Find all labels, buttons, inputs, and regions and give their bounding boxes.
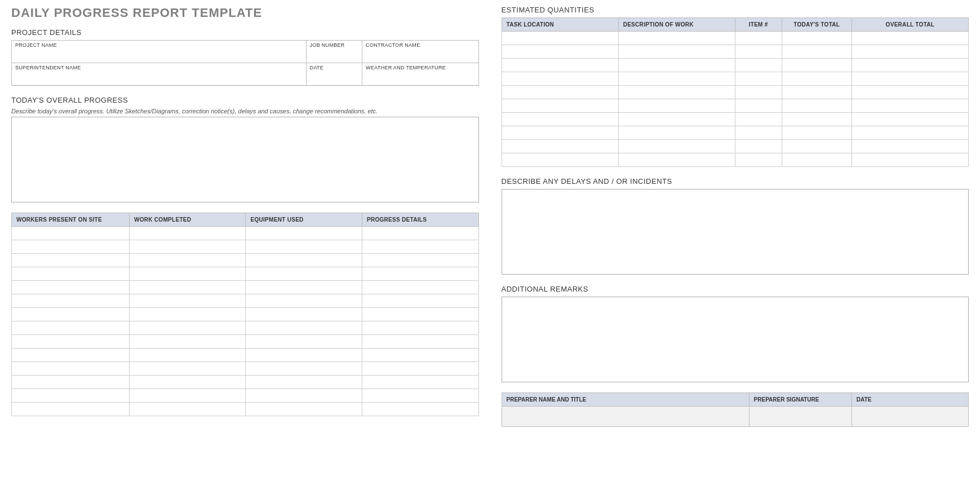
work-cell-input[interactable] (15, 295, 126, 306)
qty-cell-input[interactable] (739, 127, 778, 138)
work-cell-input[interactable] (133, 241, 242, 252)
work-cell-input[interactable] (15, 390, 126, 401)
work-cell-input[interactable] (133, 336, 242, 347)
qty-cell-input[interactable] (505, 73, 615, 84)
qty-cell-input[interactable] (786, 60, 848, 70)
qty-cell-input[interactable] (855, 155, 965, 165)
qty-cell-input[interactable] (855, 33, 965, 43)
qty-cell-input[interactable] (739, 46, 778, 57)
weather-field[interactable] (362, 70, 478, 85)
date-field[interactable] (307, 70, 362, 85)
qty-cell-input[interactable] (622, 60, 731, 70)
job-number-field[interactable] (307, 48, 362, 63)
qty-cell-input[interactable] (622, 141, 731, 152)
qty-cell-input[interactable] (786, 141, 848, 152)
work-cell-input[interactable] (249, 295, 358, 306)
work-cell-input[interactable] (249, 228, 358, 239)
work-cell-input[interactable] (249, 255, 358, 266)
qty-cell-input[interactable] (855, 87, 965, 98)
work-cell-input[interactable] (249, 377, 358, 387)
qty-cell-input[interactable] (739, 73, 778, 84)
delays-box[interactable] (502, 189, 969, 275)
work-cell-input[interactable] (249, 336, 358, 347)
work-cell-input[interactable] (366, 377, 475, 387)
work-cell-input[interactable] (249, 241, 358, 252)
qty-cell-input[interactable] (855, 100, 965, 111)
superintendent-name-field[interactable] (12, 70, 306, 85)
work-cell-input[interactable] (249, 363, 358, 374)
qty-cell-input[interactable] (739, 60, 778, 70)
work-cell-input[interactable] (249, 350, 358, 360)
qty-cell-input[interactable] (505, 33, 615, 43)
work-cell-input[interactable] (133, 309, 242, 320)
work-cell-input[interactable] (15, 404, 126, 414)
work-cell-input[interactable] (15, 336, 126, 347)
qty-cell-input[interactable] (855, 60, 965, 70)
work-cell-input[interactable] (366, 309, 475, 320)
work-cell-input[interactable] (133, 377, 242, 387)
work-cell-input[interactable] (366, 390, 475, 401)
work-cell-input[interactable] (366, 282, 475, 293)
qty-cell-input[interactable] (505, 155, 615, 165)
work-cell-input[interactable] (133, 268, 242, 279)
work-cell-input[interactable] (366, 255, 475, 266)
work-cell-input[interactable] (15, 309, 126, 320)
work-cell-input[interactable] (249, 309, 358, 320)
work-cell-input[interactable] (366, 241, 475, 252)
signature-date-field[interactable] (853, 407, 968, 426)
qty-cell-input[interactable] (622, 33, 731, 43)
work-cell-input[interactable] (133, 350, 242, 360)
preparer-name-field[interactable] (503, 407, 748, 426)
project-name-field[interactable] (12, 48, 306, 63)
qty-cell-input[interactable] (786, 33, 848, 43)
work-cell-input[interactable] (133, 228, 242, 239)
qty-cell-input[interactable] (739, 87, 778, 98)
qty-cell-input[interactable] (786, 46, 848, 57)
qty-cell-input[interactable] (855, 141, 965, 152)
work-cell-input[interactable] (249, 404, 358, 414)
work-cell-input[interactable] (249, 282, 358, 293)
work-cell-input[interactable] (249, 268, 358, 279)
work-cell-input[interactable] (133, 404, 242, 414)
work-cell-input[interactable] (366, 295, 475, 306)
qty-cell-input[interactable] (786, 155, 848, 165)
qty-cell-input[interactable] (855, 73, 965, 84)
qty-cell-input[interactable] (739, 114, 778, 125)
qty-cell-input[interactable] (505, 100, 615, 111)
work-cell-input[interactable] (15, 241, 126, 252)
qty-cell-input[interactable] (786, 100, 848, 111)
work-cell-input[interactable] (133, 282, 242, 293)
preparer-signature-field[interactable] (750, 407, 851, 426)
work-cell-input[interactable] (249, 390, 358, 401)
work-cell-input[interactable] (15, 228, 126, 239)
qty-cell-input[interactable] (739, 100, 778, 111)
qty-cell-input[interactable] (786, 127, 848, 138)
work-cell-input[interactable] (15, 323, 126, 333)
work-cell-input[interactable] (133, 295, 242, 306)
work-cell-input[interactable] (15, 255, 126, 266)
qty-cell-input[interactable] (505, 141, 615, 152)
work-cell-input[interactable] (366, 268, 475, 279)
work-cell-input[interactable] (15, 282, 126, 293)
work-cell-input[interactable] (15, 350, 126, 360)
work-cell-input[interactable] (366, 228, 475, 239)
contractor-name-field[interactable] (362, 48, 478, 63)
qty-cell-input[interactable] (855, 46, 965, 57)
work-cell-input[interactable] (366, 336, 475, 347)
qty-cell-input[interactable] (622, 114, 731, 125)
todays-progress-box[interactable] (11, 117, 479, 202)
qty-cell-input[interactable] (505, 60, 615, 70)
work-cell-input[interactable] (133, 255, 242, 266)
work-cell-input[interactable] (366, 404, 475, 414)
qty-cell-input[interactable] (786, 73, 848, 84)
work-cell-input[interactable] (133, 323, 242, 333)
work-cell-input[interactable] (15, 268, 126, 279)
work-cell-input[interactable] (15, 363, 126, 374)
qty-cell-input[interactable] (739, 141, 778, 152)
work-cell-input[interactable] (366, 323, 475, 333)
qty-cell-input[interactable] (622, 87, 731, 98)
qty-cell-input[interactable] (505, 46, 615, 57)
work-cell-input[interactable] (366, 350, 475, 360)
qty-cell-input[interactable] (622, 100, 731, 111)
qty-cell-input[interactable] (622, 127, 731, 138)
